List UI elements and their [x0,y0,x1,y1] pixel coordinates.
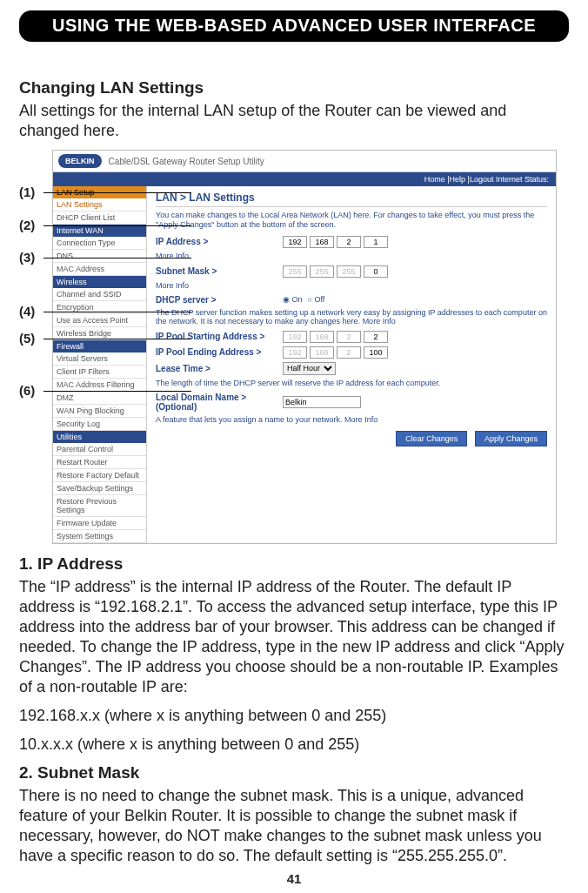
nav-sec-wan: Internet WAN [53,225,146,237]
subnet-octet-4[interactable] [364,265,388,278]
nav-virtual-servers[interactable]: Virtual Servers [53,352,146,366]
top-blue-bar: Home |Help |Logout Internet Status: [53,172,556,186]
pool-start-1[interactable] [283,331,307,343]
ip-more-info[interactable]: More Info [156,252,547,260]
ip-octet-1[interactable] [283,236,307,248]
screenshot-header: BELKIN Cable/DSL Gateway Router Setup Ut… [53,151,556,172]
nav-firmware[interactable]: Firmware Update [53,517,146,530]
nav-sec-wireless: Wireless [53,276,146,288]
nav-restore-prev[interactable]: Restore Previous Settings [53,495,146,517]
settings-panel: LAN > LAN Settings You can make changes … [147,186,556,543]
ip-octet-2[interactable] [310,236,334,248]
subnet-more-info[interactable]: More Info [156,281,547,290]
dhcp-on-radio[interactable]: ◉ On [283,295,303,304]
ip-address-paragraph: The “IP address” is the internal IP addr… [19,577,569,697]
nav-wan-ping[interactable]: WAN Ping Blocking [53,405,146,418]
nav-client-ip-filters[interactable]: Client IP Filters [53,366,146,379]
clear-changes-button[interactable]: Clear Changes [396,431,467,446]
pool-end-1[interactable] [283,346,307,359]
pool-end-2[interactable] [310,346,334,359]
subnet-octet-2[interactable] [310,265,334,278]
pool-end-4[interactable] [364,346,388,359]
subnet-heading: 2. Subnet Mask [19,763,569,782]
pool-start-2[interactable] [310,331,334,343]
dhcp-on-text: On [292,295,303,304]
callout-column: (1) (2) (3) (4) (5) (6) [19,150,52,544]
pool-start-label: IP Pool Starting Address > [156,332,277,341]
router-ui-screenshot: BELKIN Cable/DSL Gateway Router Setup Ut… [52,150,557,544]
subnet-octet-1[interactable] [283,265,307,278]
nav-mac-filtering[interactable]: MAC Address Filtering [53,379,146,392]
nav-dhcp-client-list[interactable]: DHCP Client List [53,212,146,225]
domain-input[interactable] [283,396,361,408]
callout-6: (6) [19,383,35,398]
nav-security-log[interactable]: Security Log [53,418,146,431]
example-1: 192.168.x.x (where x is anything between… [19,706,569,726]
nav-sec-utilities: Utilities [53,431,146,443]
ip-octet-4[interactable] [364,236,388,248]
callout-4: (4) [19,304,35,319]
pool-end-label: IP Pool Ending Address > [156,347,277,357]
domain-label: Local Domain Name > (Optional) [156,393,277,412]
nav-restart[interactable]: Restart Router [53,456,146,469]
nav-mac-addr[interactable]: MAC Address [53,263,146,276]
pool-end-3[interactable] [337,346,361,359]
pool-start-3[interactable] [337,331,361,343]
nav-access-point[interactable]: Use as Access Point [53,314,146,327]
subnet-paragraph: There is no need to change the subnet ma… [19,786,569,866]
callout-5: (5) [19,331,35,346]
ip-address-heading: 1. IP Address [19,554,569,574]
nav-parental[interactable]: Parental Control [53,443,146,456]
dhcp-label: DHCP server > [156,295,277,305]
nav-system[interactable]: System Settings [53,530,146,543]
lease-select[interactable]: Half Hour [283,362,336,375]
product-name: Cable/DSL Gateway Router Setup Utility [109,157,264,166]
ip-address-label: IP Address > [156,237,277,246]
apply-changes-button[interactable]: Apply Changes [475,431,547,446]
intro-paragraph: All settings for the internal LAN setup … [19,101,569,141]
nav-channel-ssid[interactable]: Channel and SSID [53,288,146,301]
callout-3: (3) [19,250,35,265]
page-title-bar: USING THE WEB-BASED ADVANCED USER INTERF… [19,10,569,42]
domain-blurb: A feature that lets you assign a name to… [156,415,547,424]
nav-lan-settings[interactable]: LAN Settings [53,198,146,212]
nav-conn-type[interactable]: Connection Type [53,237,146,250]
lease-label: Lease Time > [156,364,277,373]
nav-dmz[interactable]: DMZ [53,392,146,405]
panel-blurb: You can make changes to the Local Area N… [156,211,547,231]
screenshot-figure: (1) (2) (3) (4) (5) (6) BELKIN Cable/DSL… [19,150,569,544]
subnet-label: Subnet Mask > [156,266,277,276]
lease-blurb: The length of time the DHCP server will … [156,379,547,387]
brand-logo: BELKIN [58,154,102,168]
callout-2: (2) [19,218,35,232]
dhcp-off-radio[interactable]: ○ Off [308,295,325,304]
ip-octet-3[interactable] [337,236,361,248]
callout-1: (1) [19,185,35,199]
section-heading: Changing LAN Settings [19,78,569,97]
nav-save-backup[interactable]: Save/Backup Settings [53,482,146,495]
nav-sec-firewall: Firewall [53,340,146,352]
subnet-octet-3[interactable] [337,265,361,278]
page-number: 41 [0,871,588,886]
example-2: 10.x.x.x (where x is anything between 0 … [19,735,569,755]
dhcp-off-text: Off [314,295,324,304]
pool-start-4[interactable] [364,331,388,343]
nav-dns[interactable]: DNS [53,250,146,263]
left-nav: LAN Setup LAN Settings DHCP Client List … [53,186,147,543]
nav-restore-default[interactable]: Restore Factory Default [53,469,146,482]
dhcp-blurb: The DHCP server function makes setting u… [156,308,547,326]
panel-title: LAN > LAN Settings [156,191,547,207]
